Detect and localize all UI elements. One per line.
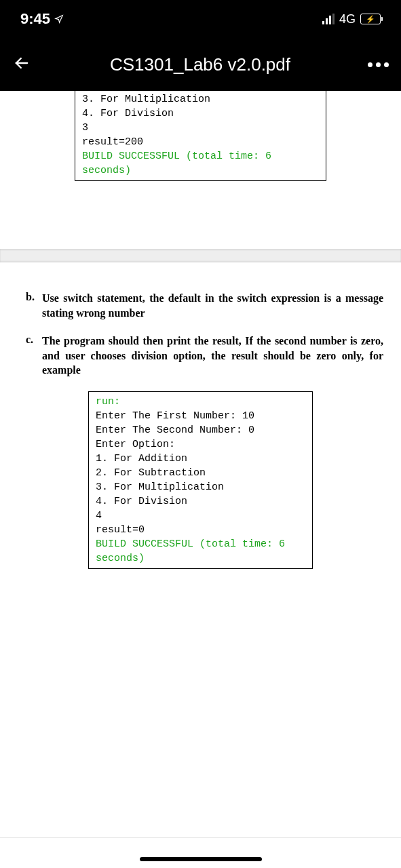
code-line: Enter Option: <box>96 437 305 452</box>
network-label: 4G <box>339 12 356 26</box>
status-left: 9:45 <box>20 10 64 28</box>
status-right: 4G ⚡ <box>322 12 381 26</box>
location-icon <box>54 14 64 24</box>
code-run-label: run: <box>96 395 305 409</box>
instruction-c: c. The program should then print the res… <box>20 334 387 378</box>
home-indicator[interactable] <box>140 857 262 861</box>
code-line: 2. For Subtraction <box>96 466 305 480</box>
instruction-marker: c. <box>20 334 42 378</box>
build-success-line: BUILD SUCCESSFUL (total time: 6 seconds) <box>82 149 319 178</box>
title-bar: CS1301_Lab6 v2.0.pdf <box>0 38 401 91</box>
code-line: 3 <box>82 121 319 135</box>
code-line: 4. For Division <box>96 494 305 509</box>
code-line: 3. For Multiplication <box>82 92 319 106</box>
page-gap <box>0 249 401 262</box>
instruction-text: The program should then print the result… <box>42 334 387 378</box>
status-bar: 9:45 4G ⚡ <box>0 0 401 38</box>
charging-icon: ⚡ <box>366 16 375 23</box>
signal-icon <box>322 14 335 24</box>
dot-icon <box>384 62 389 67</box>
code-line: result=200 <box>82 135 319 149</box>
document-title: CS1301_Lab6 v2.0.pdf <box>39 54 368 75</box>
code-output-block-top: 3. For Multiplication 4. For Division 3 … <box>75 91 326 181</box>
dot-icon <box>376 62 381 67</box>
bottom-divider <box>0 837 401 838</box>
back-button[interactable] <box>12 52 39 78</box>
dot-icon <box>368 62 373 67</box>
instructions-section: b. Use switch statement, the default in … <box>0 262 401 378</box>
instruction-text: Use switch statement, the default in the… <box>42 291 387 320</box>
back-arrow-icon <box>12 54 31 73</box>
status-time: 9:45 <box>20 10 50 28</box>
more-options-button[interactable] <box>368 62 389 67</box>
code-output-block-main: run: Enter The First Number: 10 Enter Th… <box>88 391 313 569</box>
bottom-ui <box>0 835 401 868</box>
document-viewport[interactable]: 3. For Multiplication 4. For Division 3 … <box>0 91 401 569</box>
instruction-b: b. Use switch statement, the default in … <box>20 291 387 320</box>
code-line: 4 <box>96 509 305 523</box>
code-line: 4. For Division <box>82 106 319 121</box>
code-line: 1. For Addition <box>96 452 305 466</box>
build-success-line: BUILD SUCCESSFUL (total time: 6 seconds) <box>96 537 305 566</box>
code-line: Enter The Second Number: 0 <box>96 423 305 437</box>
battery-icon: ⚡ <box>360 14 381 24</box>
code-line: result=0 <box>96 523 305 537</box>
instruction-marker: b. <box>20 291 42 320</box>
code-line: Enter The First Number: 10 <box>96 409 305 423</box>
code-line: 3. For Multiplication <box>96 480 305 494</box>
